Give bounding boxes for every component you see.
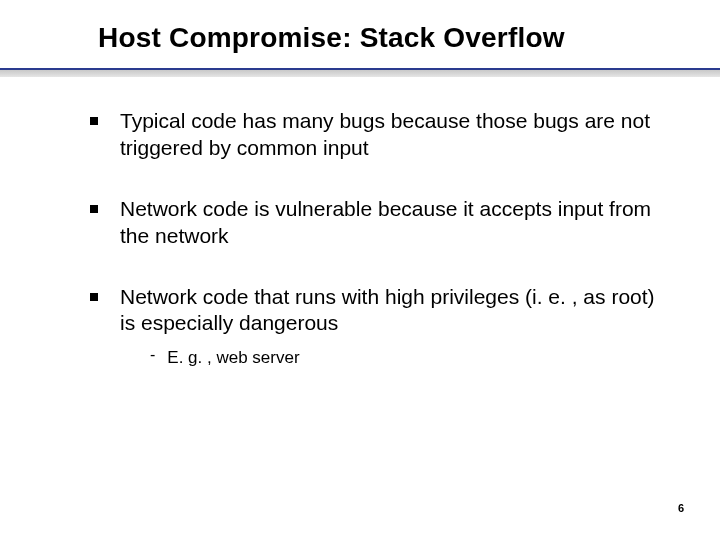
bullet-text: Typical code has many bugs because those…	[120, 108, 660, 162]
slide-title: Host Compromise: Stack Overflow	[0, 0, 720, 54]
bullet-text: Network code is vulnerable because it ac…	[120, 196, 660, 250]
square-bullet-icon	[90, 205, 98, 213]
sub-bullet-text: E. g. , web server	[167, 347, 299, 369]
content-area: Typical code has many bugs because those…	[0, 78, 720, 369]
bullet-item: Network code that runs with high privile…	[90, 284, 660, 370]
bullet-item: Typical code has many bugs because those…	[90, 108, 660, 162]
page-number: 6	[678, 502, 684, 514]
bullet-item: Network code is vulnerable because it ac…	[90, 196, 660, 250]
dash-bullet-icon: -	[150, 346, 155, 364]
title-rule	[0, 68, 720, 78]
sub-bullet-item: - E. g. , web server	[150, 347, 660, 369]
rule-band	[0, 70, 720, 77]
slide: Host Compromise: Stack Overflow Typical …	[0, 0, 720, 540]
square-bullet-icon	[90, 117, 98, 125]
bullet-text: Network code that runs with high privile…	[120, 284, 660, 338]
square-bullet-icon	[90, 293, 98, 301]
